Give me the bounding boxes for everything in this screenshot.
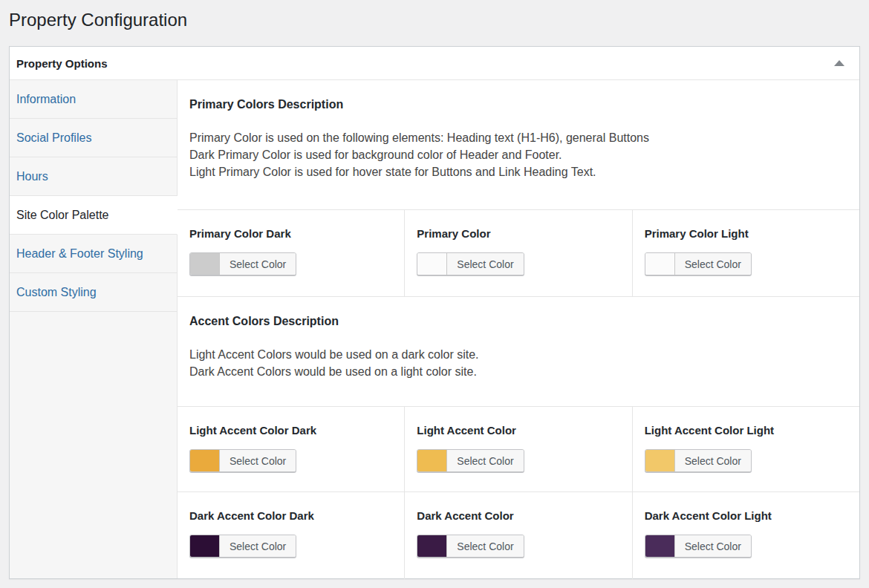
panel-header: Property Options (10, 47, 859, 80)
tab-label: Hours (16, 170, 48, 183)
color-swatch (190, 535, 220, 557)
sidebar-filler (10, 312, 178, 578)
tab-label: Social Profiles (16, 131, 91, 145)
color-swatch (645, 535, 675, 557)
sidebar-item-header-footer-styling[interactable]: Header & Footer Styling (10, 235, 178, 273)
select-color-button[interactable]: Select Color (417, 449, 524, 472)
primary-color-fields-row: Primary Color Dark Select Color Primary … (178, 210, 859, 297)
select-color-button[interactable]: Select Color (417, 535, 524, 558)
select-color-button[interactable]: Select Color (645, 535, 752, 558)
select-color-label: Select Color (675, 253, 751, 275)
collapse-arrow-icon (834, 60, 844, 66)
color-swatch (645, 253, 675, 275)
field-label: Light Accent Color Dark (189, 424, 392, 437)
section-heading: Primary Colors Description (189, 98, 847, 111)
tab-label: Header & Footer Styling (16, 247, 143, 261)
admin-page: Property Configuration Property Options … (0, 0, 869, 579)
dark-accent-fields-row: Dark Accent Color Dark Select Color Dark… (178, 492, 859, 579)
color-swatch (645, 450, 675, 471)
description-line: Primary Color is used on the following e… (189, 129, 847, 146)
field-primary-color: Primary Color Select Color (405, 210, 632, 296)
description-line: Light Accent Colors would be used on a d… (189, 346, 847, 363)
select-color-label: Select Color (220, 253, 296, 275)
field-label: Primary Color Dark (189, 227, 392, 240)
select-color-label: Select Color (447, 535, 523, 557)
select-color-button[interactable]: Select Color (417, 252, 524, 275)
select-color-label: Select Color (220, 450, 296, 471)
section-heading: Accent Colors Description (189, 315, 847, 328)
page-title: Property Configuration (9, 0, 860, 30)
field-label: Dark Accent Color Dark (189, 509, 392, 522)
color-swatch (417, 253, 447, 275)
tab-label: Information (16, 93, 76, 106)
field-light-accent-color: Light Accent Color Select Color (405, 407, 632, 491)
select-color-label: Select Color (447, 450, 523, 471)
property-options-panel: Property Options Information Social Prof… (9, 46, 860, 579)
sidebar-item-information[interactable]: Information (10, 80, 178, 119)
color-swatch (417, 450, 447, 471)
sidebar-item-custom-styling[interactable]: Custom Styling (10, 273, 178, 312)
select-color-label: Select Color (675, 450, 751, 471)
description-line: Dark Primary Color is used for backgroun… (189, 146, 847, 163)
field-label: Primary Color (417, 227, 619, 240)
light-accent-fields-row: Light Accent Color Dark Select Color Lig… (178, 407, 859, 492)
color-swatch (190, 253, 220, 275)
select-color-label: Select Color (220, 535, 296, 557)
select-color-button[interactable]: Select Color (189, 449, 296, 472)
collapse-toggle-button[interactable] (828, 54, 850, 72)
tab-label: Custom Styling (16, 286, 97, 299)
sidebar-item-social-profiles[interactable]: Social Profiles (10, 119, 178, 157)
select-color-button[interactable]: Select Color (189, 535, 296, 558)
accent-colors-description-section: Accent Colors Description Light Accent C… (178, 297, 859, 407)
color-swatch (417, 535, 447, 557)
field-light-accent-color-dark: Light Accent Color Dark Select Color (178, 407, 405, 491)
select-color-button[interactable]: Select Color (645, 449, 752, 472)
field-label: Primary Color Light (645, 227, 847, 240)
field-label: Dark Accent Color Light (645, 509, 847, 522)
panel-title: Property Options (16, 57, 108, 70)
field-label: Light Accent Color (417, 424, 619, 437)
field-dark-accent-color: Dark Accent Color Select Color (405, 492, 632, 579)
description-line: Light Primary Color is used for hover st… (189, 163, 847, 180)
sidebar-item-site-color-palette[interactable]: Site Color Palette (10, 196, 178, 235)
field-label: Dark Accent Color (417, 509, 619, 522)
field-primary-color-dark: Primary Color Dark Select Color (178, 210, 405, 296)
select-color-button[interactable]: Select Color (189, 252, 296, 275)
settings-tab-list: Information Social Profiles Hours Site C… (10, 80, 178, 578)
field-primary-color-light: Primary Color Light Select Color (633, 210, 859, 296)
select-color-label: Select Color (447, 253, 523, 275)
panel-body: Information Social Profiles Hours Site C… (10, 80, 859, 578)
sidebar-item-hours[interactable]: Hours (10, 157, 178, 196)
select-color-label: Select Color (675, 535, 751, 557)
color-swatch (190, 450, 220, 471)
field-dark-accent-color-light: Dark Accent Color Light Select Color (633, 492, 859, 579)
tab-panel-site-color-palette: Primary Colors Description Primary Color… (178, 80, 859, 578)
field-dark-accent-color-dark: Dark Accent Color Dark Select Color (178, 492, 405, 579)
description-line: Dark Accent Colors would be used on a li… (189, 363, 847, 380)
select-color-button[interactable]: Select Color (645, 252, 752, 275)
field-label: Light Accent Color Light (645, 424, 847, 437)
tab-label: Site Color Palette (16, 209, 109, 222)
field-light-accent-color-light: Light Accent Color Light Select Color (633, 407, 859, 491)
primary-colors-description-section: Primary Colors Description Primary Color… (178, 80, 859, 210)
